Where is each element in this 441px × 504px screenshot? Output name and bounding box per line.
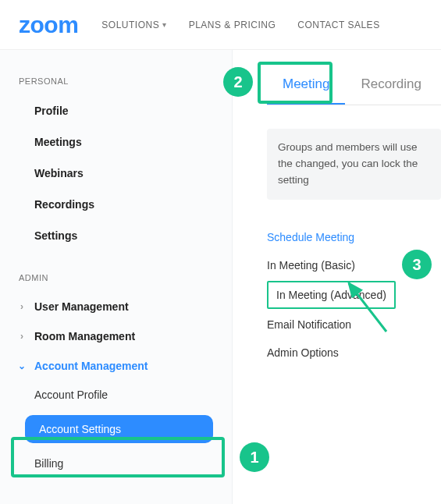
sidebar-item-meetings[interactable]: Meetings <box>0 126 232 158</box>
content-area: Meeting Recording Groups and members wil… <box>233 50 441 504</box>
sidebar-item-account-settings-wrap: Account Settings <box>19 412 213 446</box>
sidebar-item-label: Account Management <box>34 360 148 372</box>
tab-recording[interactable]: Recording <box>345 64 437 105</box>
sidebar-item-profile[interactable]: Profile <box>0 95 232 126</box>
chevron-right-icon: › <box>17 301 27 312</box>
caret-down-icon: ▾ <box>162 20 167 29</box>
sidebar-item-room-management[interactable]: › Room Management <box>0 321 232 351</box>
top-navbar: zoom SOLUTIONS ▾ PLANS & PRICING CONTACT… <box>0 0 441 50</box>
sidebar-item-label: Room Management <box>34 330 135 343</box>
sidebar-item-account-settings[interactable]: Account Settings <box>25 415 213 443</box>
link-in-meeting-basic[interactable]: In Meeting (Basic) <box>267 251 441 279</box>
section-admin: ADMIN <box>0 267 232 292</box>
chevron-right-icon: › <box>17 331 27 342</box>
link-schedule-meeting[interactable]: Schedule Meeting <box>267 223 441 251</box>
zoom-logo: zoom <box>19 12 78 38</box>
link-in-meeting-advanced[interactable]: In Meeting (Advanced) <box>267 281 396 309</box>
nav-plans-pricing[interactable]: PLANS & PRICING <box>189 20 276 30</box>
sidebar: PERSONAL Profile Meetings Webinars Recor… <box>0 50 233 504</box>
sidebar-item-billing[interactable]: Billing <box>0 449 232 477</box>
sidebar-item-label: User Management <box>34 300 129 313</box>
tabs: Meeting Recording <box>267 64 441 105</box>
tab-meeting[interactable]: Meeting <box>267 64 345 105</box>
info-banner: Groups and members will use the changed,… <box>267 129 441 200</box>
sidebar-item-webinars[interactable]: Webinars <box>0 158 232 189</box>
section-personal: PERSONAL <box>0 70 232 95</box>
sidebar-item-account-profile[interactable]: Account Profile <box>0 381 232 409</box>
sidebar-item-account-management[interactable]: ⌄ Account Management <box>0 351 232 381</box>
nav-solutions[interactable]: SOLUTIONS ▾ <box>101 20 166 30</box>
settings-sublinks: Schedule Meeting In Meeting (Basic) In M… <box>267 223 441 367</box>
link-email-notification[interactable]: Email Notification <box>267 311 441 339</box>
nav-plans-label: PLANS & PRICING <box>189 20 276 30</box>
nav-contact-sales[interactable]: CONTACT SALES <box>297 20 379 30</box>
sidebar-item-recordings[interactable]: Recordings <box>0 189 232 220</box>
link-admin-options[interactable]: Admin Options <box>267 339 441 367</box>
nav-contact-label: CONTACT SALES <box>297 20 379 30</box>
sidebar-item-settings[interactable]: Settings <box>0 220 232 251</box>
nav-solutions-label: SOLUTIONS <box>101 20 159 30</box>
top-nav: SOLUTIONS ▾ PLANS & PRICING CONTACT SALE… <box>101 20 379 30</box>
main-layout: PERSONAL Profile Meetings Webinars Recor… <box>0 50 441 504</box>
sidebar-item-user-management[interactable]: › User Management <box>0 292 232 321</box>
chevron-down-icon: ⌄ <box>17 360 27 371</box>
